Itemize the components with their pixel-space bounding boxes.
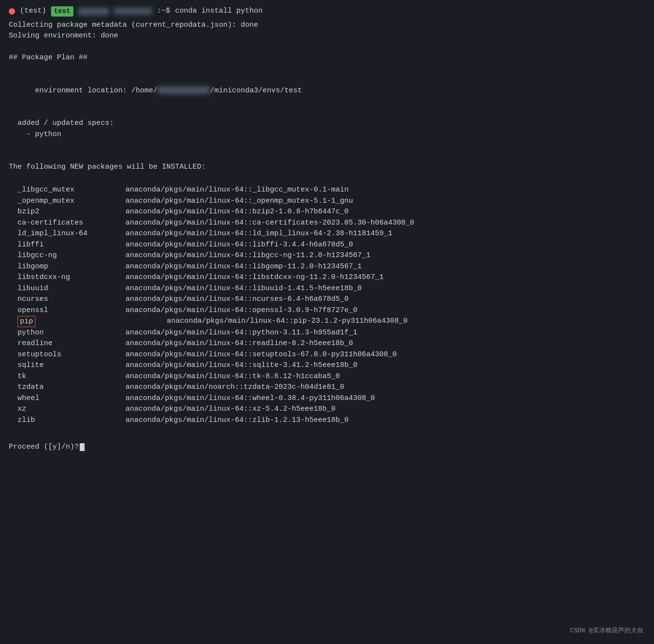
pkg-path: anaconda/pkgs/main/linux-64::libuuid-1.4… — [125, 283, 362, 295]
pkg-path: anaconda/pkgs/main/linux-64::ca-certific… — [125, 218, 414, 229]
pkg-name: xz — [9, 404, 125, 415]
proceed-text: Proceed ([y]/n)? — [9, 442, 79, 453]
pkg-name: _openmp_mutex — [9, 196, 125, 207]
watermark: CSDN @卖冰糖葫芦的大叔 — [570, 626, 643, 636]
env-location-prefix: environment location: /home/ — [26, 87, 158, 95]
package-row: ca-certificatesanaconda/pkgs/main/linux-… — [9, 218, 645, 229]
spacer-5 — [9, 151, 645, 162]
pkg-path: anaconda/pkgs/main/linux-64::_openmp_mut… — [125, 196, 353, 207]
package-row: sqliteanaconda/pkgs/main/linux-64::sqlit… — [9, 360, 645, 371]
pkg-path: anaconda/pkgs/main/linux-64::setuptools-… — [125, 349, 397, 361]
package-row: libgompanaconda/pkgs/main/linux-64::libg… — [9, 261, 645, 273]
package-row: pythonanaconda/pkgs/main/linux-64::pytho… — [9, 328, 645, 339]
new-packages-header: The following NEW packages will be INSTA… — [9, 162, 645, 173]
solving-line: Solving environment: done — [9, 31, 645, 42]
package-row: wheelanaconda/pkgs/main/linux-64::wheel-… — [9, 393, 645, 404]
proceed-line: Proceed ([y]/n)? — [9, 442, 645, 453]
env-badge: test — [51, 6, 73, 17]
package-row: _openmp_mutexanaconda/pkgs/main/linux-64… — [9, 196, 645, 207]
spacer-6 — [9, 173, 645, 184]
pkg-path: anaconda/pkgs/main/linux-64::wheel-0.38.… — [125, 393, 375, 404]
pkg-name: wheel — [9, 393, 125, 404]
pkg-name: ld_impl_linux-64 — [9, 228, 125, 240]
pkg-name: ncurses — [9, 294, 125, 305]
pkg-path: anaconda/pkgs/main/linux-64::xz-5.4.2-h5… — [125, 404, 336, 415]
prompt-symbol: :~$ — [157, 6, 170, 17]
package-row: xzanaconda/pkgs/main/linux-64::xz-5.4.2-… — [9, 404, 645, 415]
pkg-path: anaconda/pkgs/main/linux-64::openssl-3.0… — [125, 305, 357, 316]
package-row: zlibanaconda/pkgs/main/linux-64::zlib-1.… — [9, 415, 645, 426]
collecting-line: Collecting package metadata (current_rep… — [9, 20, 645, 31]
package-row: tzdataanaconda/pkgs/main/noarch::tzdata-… — [9, 382, 645, 393]
hostname-blurred — [158, 87, 210, 94]
pkg-name: bzip2 — [9, 207, 125, 218]
pkg-name: libffi — [9, 240, 125, 251]
pkg-name: setuptools — [9, 349, 125, 361]
pkg-path: anaconda/pkgs/main/linux-64::bzip2-1.0.8… — [125, 207, 349, 218]
env-location-line: environment location: /home/ /miniconda3… — [9, 74, 645, 107]
pkg-path: anaconda/pkgs/main/linux-64::pip-23.1.2-… — [167, 316, 407, 328]
spacer-7 — [9, 426, 645, 437]
plan-header: ## Package Plan ## — [9, 52, 645, 64]
package-row: ncursesanaconda/pkgs/main/linux-64::ncur… — [9, 294, 645, 305]
pkg-name: tk — [9, 371, 125, 383]
package-row: tkanaconda/pkgs/main/linux-64::tk-8.6.12… — [9, 371, 645, 383]
spacer-4 — [9, 140, 645, 151]
package-row: libuuidanaconda/pkgs/main/linux-64::libu… — [9, 283, 645, 295]
pkg-name: libgomp — [9, 261, 125, 273]
cursor — [80, 443, 85, 452]
pkg-name: libstdcxx-ng — [9, 272, 125, 283]
command-text: conda install python — [175, 6, 263, 17]
pkg-path: anaconda/pkgs/main/linux-64::tk-8.6.12-h… — [125, 371, 340, 383]
package-row: bzip2anaconda/pkgs/main/linux-64::bzip2-… — [9, 207, 645, 218]
package-row: setuptoolsanaconda/pkgs/main/linux-64::s… — [9, 349, 645, 361]
spacer-1 — [9, 42, 645, 53]
pkg-path: anaconda/pkgs/main/linux-64::libgcc-ng-1… — [125, 250, 371, 261]
pkg-path: anaconda/pkgs/main/linux-64::ncurses-6.4… — [125, 294, 349, 305]
pkg-name: tzdata — [9, 382, 125, 393]
spacer-3 — [9, 107, 645, 119]
path-blurred — [114, 8, 152, 15]
title-bar: (test) test :~$ conda install python — [9, 6, 645, 17]
pkg-path: anaconda/pkgs/main/linux-64::python-3.11… — [125, 328, 357, 339]
env-label: (test) — [20, 6, 46, 17]
env-location-suffix: /miniconda3/envs/test — [210, 87, 302, 95]
terminal-window: (test) test :~$ conda install python Col… — [0, 0, 654, 644]
pkg-path: anaconda/pkgs/main/linux-64::sqlite-3.41… — [125, 360, 357, 371]
pkg-name: libgcc-ng — [9, 250, 125, 261]
package-row: libffianaconda/pkgs/main/linux-64::libff… — [9, 240, 645, 251]
package-row: opensslanaconda/pkgs/main/linux-64::open… — [9, 305, 645, 316]
pkg-path: anaconda/pkgs/main/linux-64::_libgcc_mut… — [125, 185, 349, 196]
pkg-path: anaconda/pkgs/main/linux-64::libstdcxx-n… — [125, 272, 384, 283]
pkg-name: ca-certificates — [9, 218, 125, 229]
pkg-name: readline — [9, 338, 125, 349]
pkg-name: openssl — [9, 305, 125, 316]
pkg-path: anaconda/pkgs/main/noarch::tzdata-2023c-… — [125, 382, 344, 393]
pkg-path: anaconda/pkgs/main/linux-64::libgomp-11.… — [125, 261, 362, 273]
package-row: libgcc-nganaconda/pkgs/main/linux-64::li… — [9, 250, 645, 261]
pkg-name: libuuid — [9, 283, 125, 295]
pkg-path: anaconda/pkgs/main/linux-64::ld_impl_lin… — [125, 228, 392, 240]
package-row: readlineanaconda/pkgs/main/linux-64::rea… — [9, 338, 645, 349]
pkg-name: python — [9, 328, 125, 339]
pkg-path: anaconda/pkgs/main/linux-64::zlib-1.2.13… — [125, 415, 349, 426]
package-row: ld_impl_linux-64anaconda/pkgs/main/linux… — [9, 228, 645, 240]
pkg-path: anaconda/pkgs/main/linux-64::libffi-3.4.… — [125, 240, 353, 251]
pkg-name: _libgcc_mutex — [9, 185, 125, 196]
added-specs-item: - python — [9, 129, 645, 140]
pip-highlight-box: pip — [18, 316, 35, 327]
pkg-path: anaconda/pkgs/main/linux-64::readline-8.… — [125, 338, 353, 349]
package-row: _libgcc_mutexanaconda/pkgs/main/linux-64… — [9, 185, 645, 196]
pkg-name-pip: pip — [9, 316, 167, 328]
pkg-name: sqlite — [9, 360, 125, 371]
added-specs-header: added / updated specs: — [9, 118, 645, 129]
username-blurred — [78, 8, 109, 15]
spacer-2 — [9, 64, 645, 75]
package-table: _libgcc_mutexanaconda/pkgs/main/linux-64… — [9, 185, 645, 426]
package-row: pip anaconda/pkgs/main/linux-64::pip-23.… — [9, 316, 645, 328]
pkg-name: zlib — [9, 415, 125, 426]
window-dot — [9, 8, 15, 15]
package-row: libstdcxx-nganaconda/pkgs/main/linux-64:… — [9, 272, 645, 283]
